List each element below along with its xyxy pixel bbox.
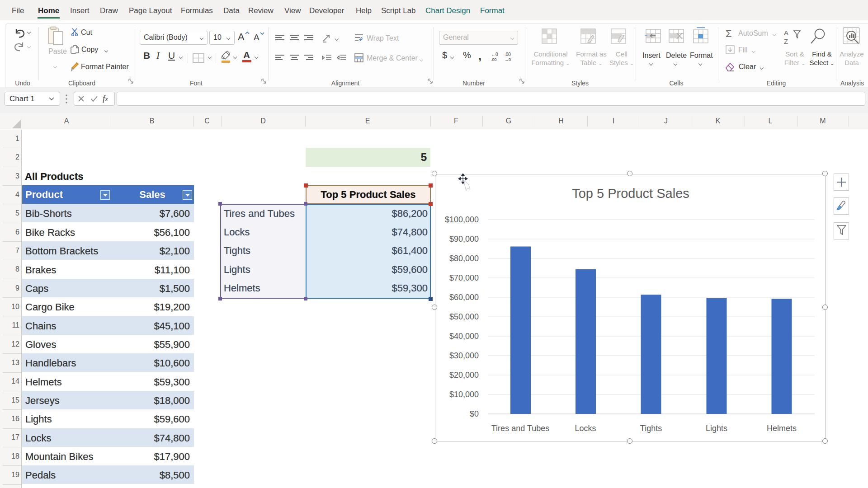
svg-text:$40,000: $40,000 <box>449 332 479 341</box>
svg-text:Lights: Lights <box>706 424 727 433</box>
svg-text:$20,000: $20,000 <box>449 371 479 380</box>
svg-text:Z: Z <box>784 38 788 45</box>
svg-text:$100,000: $100,000 <box>445 215 479 224</box>
svg-text:Locks: Locks <box>575 424 596 433</box>
svg-text:$0: $0 <box>470 409 479 418</box>
svg-text:$30,000: $30,000 <box>449 351 479 360</box>
svg-text:Tights: Tights <box>640 424 662 433</box>
svg-text:.00: .00 <box>491 57 497 61</box>
svg-text:←0: ←0 <box>491 52 498 57</box>
svg-text:$90,000: $90,000 <box>449 235 479 244</box>
svg-text:.00: .00 <box>505 52 511 57</box>
svg-text:$60,000: $60,000 <box>449 293 479 302</box>
svg-text:$80,000: $80,000 <box>449 254 479 263</box>
svg-text:A: A <box>784 29 788 37</box>
svg-text:$10,000: $10,000 <box>449 390 479 399</box>
svg-text:$50,000: $50,000 <box>449 312 479 321</box>
svg-text:Tires and Tubes: Tires and Tubes <box>491 424 549 433</box>
svg-text:→0: →0 <box>505 57 511 61</box>
svg-text:$70,000: $70,000 <box>449 273 479 282</box>
svg-text:Helmets: Helmets <box>767 424 797 433</box>
